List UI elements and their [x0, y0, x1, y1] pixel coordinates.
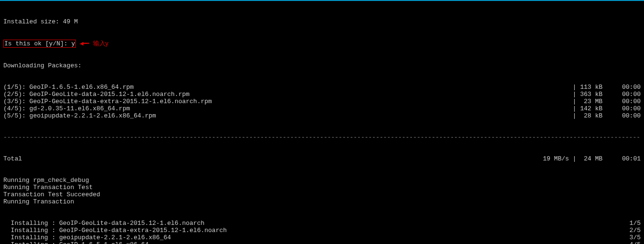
- confirm-prompt-line: Is this ok [y/N]: y ◀━━输入y: [3, 40, 641, 48]
- download-file: (2/5): GeoIP-GeoLite-data-2015.12-1.el6.…: [3, 91, 555, 98]
- transaction-text: Installing : GeoIP-1.6.5-1.el6.x86_64: [3, 241, 602, 244]
- download-size: | 363 kB: [555, 91, 602, 98]
- download-file: (4/5): gd-2.0.35-11.el6.x86_64.rpm: [3, 105, 555, 112]
- terminal-output[interactable]: Installed size: 49 M Is this ok [y/N]: y…: [0, 1, 644, 244]
- download-size: | 113 kB: [555, 84, 602, 91]
- status-line: Running Transaction: [3, 198, 641, 205]
- status-line: Running rpm_check_debug: [3, 177, 641, 184]
- transaction-block: Installing : GeoIP-GeoLite-data-2015.12-…: [3, 220, 641, 244]
- download-size: | 28 kB: [555, 112, 602, 119]
- download-size: | 23 MB: [555, 98, 602, 105]
- download-list: (1/5): GeoIP-1.6.5-1.el6.x86_64.rpm| 113…: [3, 84, 641, 119]
- download-row: (5/5): geoipupdate-2.2.1-2.el6.x86_64.rp…: [3, 112, 641, 119]
- transaction-text: Installing : GeoIP-GeoLite-data-extra-20…: [3, 227, 602, 234]
- transaction-progress: 4/5: [602, 241, 641, 244]
- transaction-text: Installing : geoipupdate-2.2.1-2.el6.x86…: [3, 234, 602, 241]
- installed-size-line: Installed size: 49 M: [3, 18, 641, 25]
- download-row: (4/5): gd-2.0.35-11.el6.x86_64.rpm| 142 …: [3, 105, 641, 112]
- download-file: (1/5): GeoIP-1.6.5-1.el6.x86_64.rpm: [3, 84, 555, 91]
- download-time: 00:00: [602, 112, 641, 119]
- download-time: 00:00: [602, 98, 641, 105]
- transaction-text: Installing : GeoIP-GeoLite-data-2015.12-…: [3, 220, 602, 227]
- download-size: | 142 kB: [555, 105, 602, 112]
- status-line: Running Transaction Test: [3, 184, 641, 191]
- download-row: (2/5): GeoIP-GeoLite-data-2015.12-1.el6.…: [3, 91, 641, 98]
- separator-line: ----------------------------------------…: [3, 134, 641, 141]
- transaction-row: Installing : GeoIP-1.6.5-1.el6.x86_644/5: [3, 241, 641, 244]
- download-time: 00:00: [602, 91, 641, 98]
- download-file: (3/5): GeoIP-GeoLite-data-extra-2015.12-…: [3, 98, 555, 105]
- total-label: Total: [3, 155, 521, 162]
- downloading-header: Downloading Packages:: [3, 62, 641, 69]
- transaction-progress: 2/5: [602, 227, 641, 234]
- transaction-row: Installing : geoipupdate-2.2.1-2.el6.x86…: [3, 234, 641, 241]
- download-file: (5/5): geoipupdate-2.2.1-2.el6.x86_64.rp…: [3, 112, 555, 119]
- download-row: (1/5): GeoIP-1.6.5-1.el6.x86_64.rpm| 113…: [3, 84, 641, 91]
- transaction-progress: 3/5: [602, 234, 641, 241]
- annotation-text: 输入y: [93, 40, 109, 47]
- transaction-progress: 1/5: [602, 220, 641, 227]
- arrow-icon: ◀━━: [80, 40, 88, 47]
- transaction-row: Installing : GeoIP-GeoLite-data-2015.12-…: [3, 220, 641, 227]
- download-time: 00:00: [602, 84, 641, 91]
- highlight-box: Is this ok [y/N]: y: [3, 40, 76, 48]
- download-time: 00:00: [602, 105, 641, 112]
- transaction-row: Installing : GeoIP-GeoLite-data-extra-20…: [3, 227, 641, 234]
- status-block: Running rpm_check_debugRunning Transacti…: [3, 177, 641, 205]
- total-speed: 19 MB/s | 24 MB: [521, 155, 602, 162]
- total-line: Total 19 MB/s | 24 MB 00:01: [3, 155, 641, 162]
- status-line: Transaction Test Succeeded: [3, 191, 641, 198]
- download-row: (3/5): GeoIP-GeoLite-data-extra-2015.12-…: [3, 98, 641, 105]
- total-time: 00:01: [602, 155, 641, 162]
